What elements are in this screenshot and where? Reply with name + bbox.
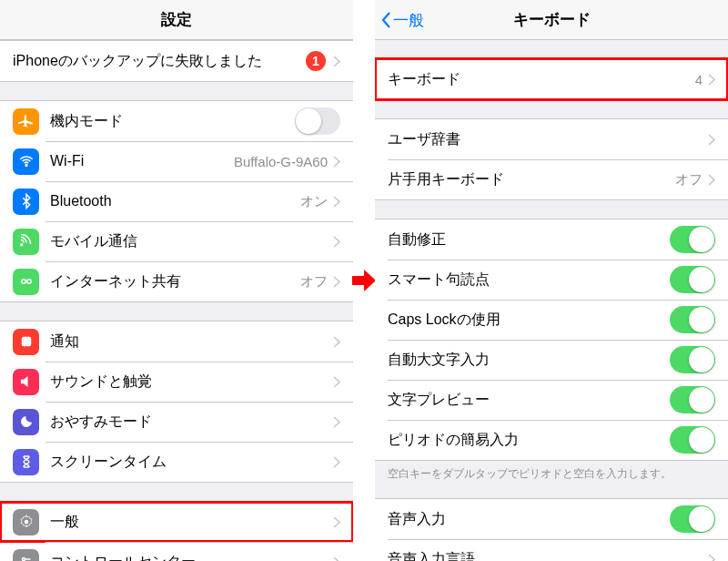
autocorrect-row[interactable]: 自動修正 [375,219,728,260]
bottom-group: 一般 コントロールセンター [0,501,353,561]
wifi-row[interactable]: Wi-Fi Buffalo-G-9A60 [0,141,353,181]
dictation-switch[interactable] [670,505,715,533]
screentime-icon [13,449,39,475]
hotspot-row[interactable]: インターネット共有 オフ [0,261,353,301]
keyboards-group: キーボード 4 [375,58,728,100]
airplane-label: 機内モード [50,112,295,131]
dictation-label: 音声入力 [388,510,670,529]
onehand-detail: オフ [675,171,703,189]
controlcenter-label: コントロールセンター [50,553,333,562]
periodshort-switch[interactable] [670,426,715,454]
network-group: 機内モード Wi-Fi Buffalo-G-9A60 Bluetooth オン … [0,100,353,302]
hotspot-label: インターネット共有 [50,272,300,291]
airplane-row[interactable]: 機内モード [0,101,353,141]
keyboards-row[interactable]: キーボード 4 [375,59,728,99]
general-row[interactable]: 一般 [0,502,353,542]
userdict-label: ユーザ辞書 [388,130,708,149]
autocorrect-switch[interactable] [670,226,715,253]
chevron-right-icon [333,236,340,248]
chevron-right-icon [333,156,340,168]
gear-icon [13,509,39,536]
back-label: 一般 [393,10,424,31]
screentime-row[interactable]: スクリーンタイム [0,442,353,482]
keyboards-label: キーボード [388,70,695,89]
notifications-row[interactable]: 通知 [0,321,353,362]
capslock-switch[interactable] [670,306,715,333]
chevron-right-icon [333,456,340,468]
chevron-right-icon [333,196,340,208]
autocorrect-label: 自動修正 [388,230,670,250]
sounds-icon [13,369,39,395]
chevron-right-icon [333,276,340,288]
onehand-row[interactable]: 片手用キーボード オフ [375,159,728,199]
backup-label: iPhoneのバックアップに失敗しました [13,52,306,71]
hotspot-icon [13,269,39,295]
page-title: キーボード [513,9,591,30]
wifi-detail: Buffalo-G-9A60 [234,154,328,169]
general-label: 一般 [50,513,333,532]
capslock-label: Caps Lockの使用 [388,311,670,330]
cellular-label: モバイル通信 [50,232,333,251]
dict-group: ユーザ辞書 片手用キーボード オフ [375,118,728,200]
airplane-icon [13,108,39,135]
voicelang-label: 音声入力言語 [388,550,708,562]
controlcenter-row[interactable]: コントロールセンター [0,542,353,561]
back-button[interactable]: 一般 [380,0,424,40]
sounds-label: サウンドと触覚 [50,372,333,392]
capslock-row[interactable]: Caps Lockの使用 [375,300,728,340]
bluetooth-icon [13,189,39,215]
keyboard-screen: 一般 キーボード キーボード 4 ユーザ辞書 片手用キーボード オフ [375,0,728,561]
autocap-switch[interactable] [670,346,715,373]
navbar: 一般 キーボード [375,0,728,40]
chevron-right-icon [333,336,340,348]
dnd-icon [13,409,39,435]
chevron-right-icon [708,174,715,186]
backup-group: iPhoneのバックアップに失敗しました 1 [0,40,353,82]
chevron-right-icon [333,56,340,67]
airplane-switch[interactable] [295,107,340,135]
voice-group: 音声入力 音声入力言語 [375,498,728,561]
wifi-icon [13,148,39,175]
bluetooth-detail: オン [300,193,328,210]
settings-screen: 設定 iPhoneのバックアップに失敗しました 1 機内モード Wi-Fi Bu… [0,0,353,561]
dictation-row[interactable]: 音声入力 [375,499,728,539]
notifications-label: 通知 [50,332,333,352]
controlcenter-icon [13,549,39,562]
onehand-label: 片手用キーボード [388,170,675,189]
dnd-label: おやすみモード [50,413,333,432]
mid-group: 通知 サウンドと触覚 おやすみモード スクリーンタイム [0,321,353,483]
bluetooth-row[interactable]: Bluetooth オン [0,181,353,221]
notifications-icon [13,329,39,355]
preview-row[interactable]: 文字プレビュー [375,380,728,420]
svg-point-6 [22,558,25,561]
arrow-icon [351,0,377,561]
smartpunct-label: スマート句読点 [388,270,670,290]
cellular-row[interactable]: モバイル通信 [0,221,353,261]
toggles-group: 自動修正 スマート句読点 Caps Lockの使用 自動大文字入力 文字プレビュ… [375,219,728,461]
hotspot-detail: オフ [300,273,328,291]
page-title: 設定 [161,9,192,30]
chevron-right-icon [333,416,340,428]
chevron-right-icon [708,134,715,146]
periodshort-label: ピリオドの簡易入力 [388,431,670,450]
smartpunct-row[interactable]: スマート句読点 [375,260,728,300]
autocap-row[interactable]: 自動大文字入力 [375,340,728,380]
badge: 1 [306,51,326,71]
autocap-label: 自動大文字入力 [388,351,670,370]
wifi-label: Wi-Fi [50,153,234,169]
preview-switch[interactable] [670,386,715,413]
dnd-row[interactable]: おやすみモード [0,402,353,442]
periodshort-row[interactable]: ピリオドの簡易入力 [375,420,728,460]
chevron-right-icon [333,556,340,562]
userdict-row[interactable]: ユーザ辞書 [375,119,728,159]
chevron-right-icon [333,376,340,388]
backup-row[interactable]: iPhoneのバックアップに失敗しました 1 [0,41,353,81]
voicelang-row[interactable]: 音声入力言語 [375,539,728,561]
svg-point-5 [24,520,28,525]
smartpunct-switch[interactable] [670,266,715,293]
toggles-footer: 空白キーをダブルタップでピリオドと空白を入力します。 [375,461,728,487]
navbar: 設定 [0,0,353,40]
sounds-row[interactable]: サウンドと触覚 [0,362,353,402]
bluetooth-label: Bluetooth [50,193,300,209]
svg-point-0 [25,165,27,167]
